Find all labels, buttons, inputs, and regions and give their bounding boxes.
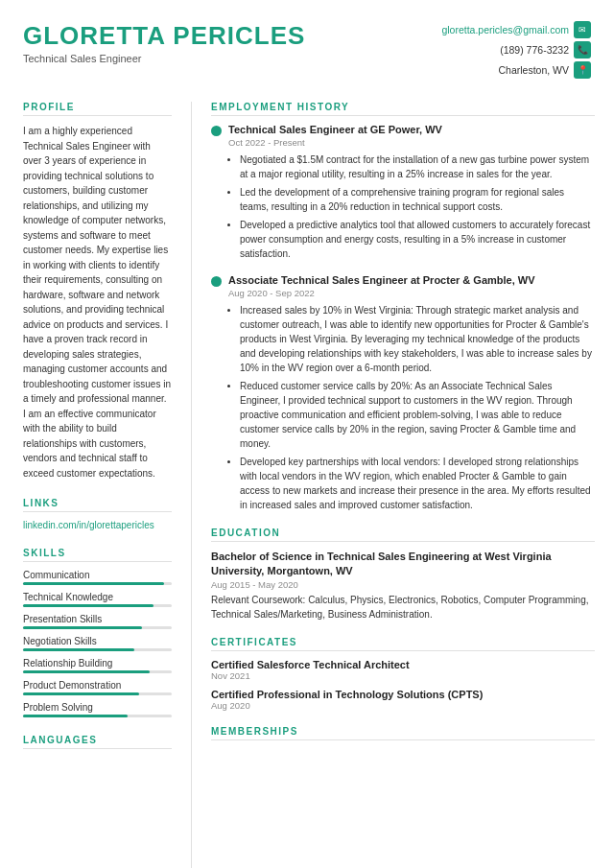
job-item: Associate Technical Sales Engineer at Pr… <box>211 274 595 512</box>
job-bullet: Led the development of a comprehensive t… <box>240 185 595 214</box>
education-list: Bachelor of Science in Technical Sales E… <box>211 550 595 622</box>
email-row: gloretta.pericles@gmail.com ✉ <box>441 21 591 38</box>
edu-item: Bachelor of Science in Technical Sales E… <box>211 550 595 622</box>
job-bullet: Increased sales by 10% in West Virginia:… <box>240 303 595 375</box>
job-bullet: Developed key partnerships with local ve… <box>240 455 595 512</box>
cert-item: Certified Salesforce Technical Architect… <box>211 659 595 681</box>
skill-name: Communication <box>23 570 172 580</box>
phone-text: (189) 776-3232 <box>500 44 569 56</box>
header-left: GLORETTA PERICLES Technical Sales Engine… <box>23 21 305 64</box>
job-header: Associate Technical Sales Engineer at Pr… <box>211 274 595 287</box>
skill-item: Presentation Skills <box>23 614 172 629</box>
header-right: gloretta.pericles@gmail.com ✉ (189) 776-… <box>441 21 591 79</box>
cert-title: Certified Professional in Technology Sol… <box>211 689 595 700</box>
email-icon: ✉ <box>574 21 591 38</box>
education-label: EDUCATION <box>211 528 595 542</box>
skill-bar-bg <box>23 648 172 651</box>
skill-item: Relationship Building <box>23 658 172 673</box>
skill-item: Problem Solving <box>23 702 172 717</box>
skill-name: Negotiation Skills <box>23 636 172 646</box>
job-header: Technical Sales Engineer at GE Power, WV <box>211 124 595 136</box>
skill-bar-bg <box>23 626 172 629</box>
header: GLORETTA PERICLES Technical Sales Engine… <box>0 0 614 92</box>
skill-item: Communication <box>23 570 172 585</box>
profile-label: PROFILE <box>23 102 172 116</box>
location-icon: 📍 <box>574 61 591 79</box>
linkedin-link[interactable]: linkedin.com/in/glorettapericles <box>23 520 172 530</box>
job-bullet: Negotiated a $1.5M contract for the inst… <box>240 152 595 181</box>
cert-item: Certified Professional in Technology Sol… <box>211 689 595 711</box>
edu-title: Bachelor of Science in Technical Sales E… <box>211 550 595 579</box>
skill-name: Presentation Skills <box>23 614 172 624</box>
skills-section: SKILLS Communication Technical Knowledge… <box>23 548 172 717</box>
job-bullet: Reduced customer service calls by 20%: A… <box>240 379 595 451</box>
skill-name: Product Demonstration <box>23 680 172 691</box>
skills-list: Communication Technical Knowledge Presen… <box>23 570 172 717</box>
candidate-title: Technical Sales Engineer <box>23 53 305 64</box>
skill-bar-fill <box>23 626 142 629</box>
job-dates: Oct 2022 - Present <box>228 137 595 148</box>
location-row: Charleston, WV 📍 <box>441 61 591 79</box>
skill-name: Technical Knowledge <box>23 592 172 602</box>
certificates-label: CERTIFICATES <box>211 637 595 651</box>
skill-bar-fill <box>23 582 164 585</box>
cert-date: Nov 2021 <box>211 670 595 681</box>
candidate-name: GLORETTA PERICLES <box>23 21 305 51</box>
skill-item: Product Demonstration <box>23 680 172 695</box>
skill-bar-bg <box>23 715 172 717</box>
profile-section: PROFILE I am a highly experienced Techni… <box>23 102 172 481</box>
job-bullets: Increased sales by 10% in West Virginia:… <box>228 303 595 512</box>
jobs-list: Technical Sales Engineer at GE Power, WV… <box>211 124 595 512</box>
skill-bar-bg <box>23 582 172 585</box>
education-section: EDUCATION Bachelor of Science in Technic… <box>211 528 595 622</box>
skill-bar-fill <box>23 692 139 695</box>
skill-item: Technical Knowledge <box>23 592 172 607</box>
skill-bar-bg <box>23 604 172 607</box>
job-dates: Aug 2020 - Sep 2022 <box>228 288 595 298</box>
languages-label: LANGUAGES <box>23 735 172 749</box>
job-dot <box>211 276 222 287</box>
languages-section: LANGUAGES <box>23 735 172 749</box>
skill-bar-bg <box>23 692 172 695</box>
job-bullets: Negotiated a $1.5M contract for the inst… <box>228 152 595 261</box>
main-content: PROFILE I am a highly experienced Techni… <box>0 92 614 868</box>
links-section: LINKS linkedin.com/in/glorettapericles <box>23 498 172 530</box>
phone-icon: 📞 <box>574 41 591 59</box>
cert-date: Aug 2020 <box>211 700 595 711</box>
right-content: EMPLOYMENT HISTORY Technical Sales Engin… <box>191 102 614 868</box>
skill-name: Problem Solving <box>23 702 172 713</box>
links-label: LINKS <box>23 498 172 512</box>
certificates-section: CERTIFICATES Certified Salesforce Techni… <box>211 637 595 711</box>
skill-item: Negotiation Skills <box>23 636 172 651</box>
location-text: Charleston, WV <box>498 64 569 76</box>
skills-label: SKILLS <box>23 548 172 562</box>
skill-bar-fill <box>23 604 154 607</box>
email-text: gloretta.pericles@gmail.com <box>441 24 569 35</box>
job-item: Technical Sales Engineer at GE Power, WV… <box>211 124 595 261</box>
edu-dates: Aug 2015 - May 2020 <box>211 579 595 590</box>
job-bullet: Developed a predictive analytics tool th… <box>240 218 595 261</box>
employment-label: EMPLOYMENT HISTORY <box>211 102 595 116</box>
resume-page: GLORETTA PERICLES Technical Sales Engine… <box>0 0 614 868</box>
skill-bar-fill <box>23 670 150 673</box>
skill-bar-fill <box>23 715 128 717</box>
job-title: Associate Technical Sales Engineer at Pr… <box>228 274 535 286</box>
edu-body: Relevant Coursework: Calculus, Physics, … <box>211 593 595 622</box>
job-title: Technical Sales Engineer at GE Power, WV <box>228 124 442 135</box>
employment-section: EMPLOYMENT HISTORY Technical Sales Engin… <box>211 102 595 512</box>
skill-bar-fill <box>23 648 134 651</box>
phone-row: (189) 776-3232 📞 <box>441 41 591 59</box>
profile-text: I am a highly experienced Technical Sale… <box>23 124 172 481</box>
sidebar: PROFILE I am a highly experienced Techni… <box>0 102 187 868</box>
memberships-section: MEMBERSHIPS <box>211 726 595 740</box>
skill-bar-bg <box>23 670 172 673</box>
memberships-label: MEMBERSHIPS <box>211 726 595 740</box>
job-dot <box>211 126 222 136</box>
certs-list: Certified Salesforce Technical Architect… <box>211 659 595 711</box>
skill-name: Relationship Building <box>23 658 172 669</box>
cert-title: Certified Salesforce Technical Architect <box>211 659 595 670</box>
